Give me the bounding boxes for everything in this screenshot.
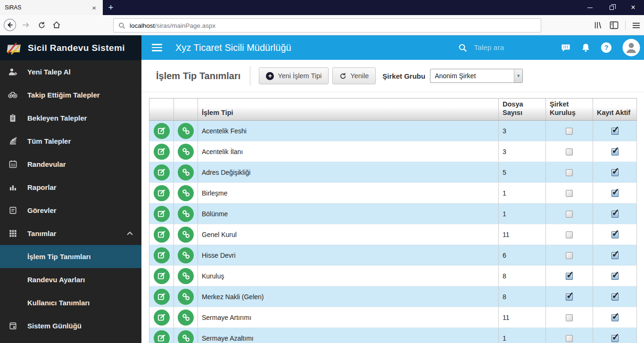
home-button[interactable] [52,21,61,29]
forward-button[interactable] [22,21,30,29]
sidebar-item-tum-talepler[interactable]: Tüm Talepler [0,130,141,153]
link-button[interactable] [178,289,194,305]
reload-button[interactable] [38,21,46,29]
edit-column-header [149,98,174,121]
notifications-button[interactable] [581,43,590,52]
sirket-kurulus-checkbox[interactable] [566,169,573,176]
new-islem-tipi-button[interactable]: + Yeni İşlem Tipi [259,67,329,84]
sirket-kurulus-checkbox[interactable] [566,231,573,238]
edit-icon [157,251,166,260]
sidebar-toggle-button[interactable] [610,21,619,29]
toolbar-separator [250,66,250,86]
chat-icon [561,43,571,52]
library-button[interactable] [594,21,603,29]
kayit-aktif-checkbox[interactable] [611,128,619,135]
link-icon [182,230,190,239]
edit-button[interactable] [154,206,170,222]
kayit-aktif-checkbox[interactable] [611,169,619,176]
kayit-aktif-checkbox[interactable] [611,148,619,155]
link-button[interactable] [178,247,194,263]
new-tab-button[interactable]: + [103,0,119,15]
link-button[interactable] [178,330,194,343]
edit-icon [157,271,166,280]
url-bar[interactable]: localhost/siras/mainPage.aspx [113,18,541,33]
sidebar-brand[interactable]: Sicil Randevu Sistemi [0,35,141,60]
islem-tipi-table: İşlem Tipi Dosya Sayısı Şirket Kuruluş K… [149,98,637,343]
edit-button[interactable] [154,247,170,263]
sidebar-collapse-button[interactable] [152,44,162,51]
close-button[interactable]: × [622,0,644,15]
refresh-button[interactable]: Yenile [332,67,376,84]
messages-button[interactable] [561,43,571,52]
sidebar-item-raporlar[interactable]: Raporlar [0,176,141,199]
sidebar-item-sistem-gunlugu[interactable]: Sistem Günlüğü [0,314,141,337]
sirket-kurulus-checkbox[interactable] [566,128,573,135]
kayit-aktif-checkbox[interactable] [611,231,619,238]
link-button[interactable] [178,144,194,160]
edit-button[interactable] [154,330,170,343]
edit-button[interactable] [154,144,170,160]
sidebar-item-tanimlar[interactable]: Tanımlar [0,222,141,245]
link-icon [182,313,190,322]
kayit-aktif-checkbox[interactable] [611,252,619,259]
edit-button[interactable] [154,268,170,284]
kayit-aktif-checkbox[interactable] [611,335,619,342]
sirket-kurulus-checkbox[interactable] [566,314,573,321]
browser-tab[interactable]: SiRAS × [0,0,103,15]
link-button[interactable] [178,164,194,180]
talep-search[interactable]: Talep ara [458,43,504,52]
link-button[interactable] [178,268,194,284]
kayit-aktif-checkbox[interactable] [611,294,619,301]
sidebar-item-label: Kullanıcı Tanımları [27,299,90,307]
log-icon [7,321,18,330]
menu-button[interactable] [632,22,640,29]
edit-button[interactable] [154,227,170,243]
edit-button[interactable] [154,289,170,305]
link-button[interactable] [178,206,194,222]
kayit-aktif-checkbox[interactable] [611,314,619,321]
sirket-kurulus-checkbox[interactable] [566,252,573,259]
edit-button[interactable] [154,310,170,326]
binoculars-icon [7,90,18,99]
user-menu-button[interactable] [622,39,640,57]
sidebar-item-gorevler[interactable]: Görevler [0,199,141,222]
dosya-sayisi-cell: 5 [499,162,546,183]
table-row: Acentelik Feshi3 [149,121,637,141]
edit-button[interactable] [154,185,170,201]
link-button[interactable] [178,123,194,139]
sidebar-item-randevu-ayarlari[interactable]: Randevu Ayarları [0,268,141,291]
link-button[interactable] [178,310,194,326]
sirket-grubu-select[interactable]: Anonim Şirket ▼ [430,69,523,83]
dosya-sayisi-cell: 1 [499,204,546,224]
minimize-button[interactable] [579,0,601,15]
sirket-kurulus-checkbox[interactable] [566,294,573,301]
sirket-grubu-value: Anonim Şirket [435,72,476,80]
sidebar-item-randevular[interactable]: Randevular [0,153,141,176]
minimize-icon [587,8,593,8]
sidebar-item-takip-ettigim-talepler[interactable]: Takip Ettiğim Talepler [0,83,141,106]
kayit-aktif-checkbox[interactable] [611,273,619,280]
sidebar-item-islem-tip-tanimlari[interactable]: İşlem Tip Tanımları [0,245,141,268]
sidebar-item-yeni-talep-al[interactable]: Yeni Talep Al [0,60,141,83]
edit-button[interactable] [154,164,170,180]
dosya-sayisi-cell: 1 [499,328,546,343]
sirket-kurulus-checkbox[interactable] [566,335,573,342]
link-icon [182,334,190,343]
kayit-aktif-checkbox[interactable] [611,190,619,197]
back-button[interactable] [3,18,17,32]
sidebar-item-kullanici-tanimlari[interactable]: Kullanıcı Tanımları [0,291,141,314]
restore-button[interactable] [601,0,622,15]
link-button[interactable] [178,185,194,201]
plus-icon: + [266,72,274,80]
help-button[interactable]: ? [601,42,612,53]
edit-button[interactable] [154,123,170,139]
avatar-icon [622,39,640,57]
sirket-kurulus-checkbox[interactable] [566,190,573,197]
sirket-kurulus-checkbox[interactable] [566,273,573,280]
sirket-kurulus-checkbox[interactable] [566,211,573,218]
kayit-aktif-checkbox[interactable] [611,211,619,218]
sidebar-item-bekleyen-talepler[interactable]: Bekleyen Talepler [0,106,141,130]
link-button[interactable] [178,227,194,243]
sirket-kurulus-checkbox[interactable] [566,148,573,155]
tab-close-icon[interactable]: × [90,4,98,12]
